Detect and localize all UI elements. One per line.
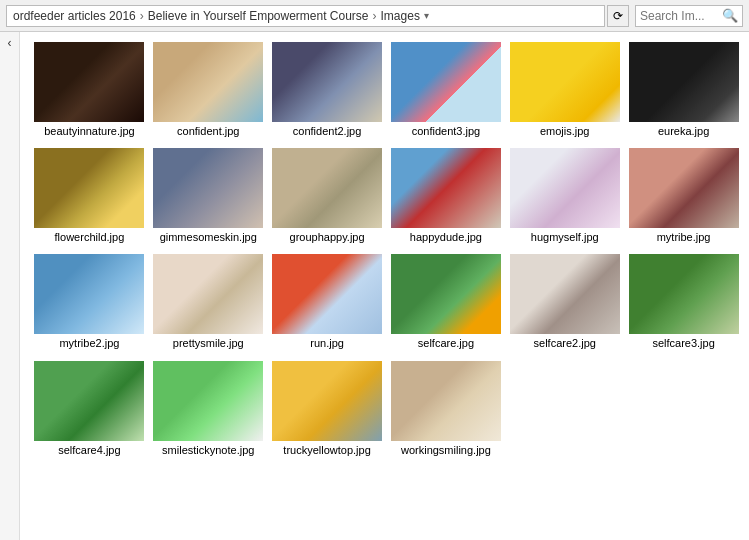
thumb-confident	[153, 42, 263, 122]
thumb-happydude	[391, 148, 501, 228]
file-item-beautyinnature[interactable]: beautyinnature.jpg	[32, 40, 147, 140]
file-area: beautyinnature.jpgconfident.jpgconfident…	[20, 32, 749, 540]
file-grid: beautyinnature.jpgconfident.jpgconfident…	[32, 40, 741, 459]
file-item-gimmesome[interactable]: gimmesomeskin.jpg	[151, 146, 266, 246]
thumb-selfcare2	[510, 254, 620, 334]
file-item-selfcare[interactable]: selfcare.jpg	[389, 252, 504, 352]
search-input[interactable]	[640, 9, 720, 23]
breadcrumb-part3: Images	[381, 9, 420, 23]
breadcrumb: ordfeeder articles 2016 › Believe in You…	[6, 5, 605, 27]
file-label-confident3: confident3.jpg	[412, 125, 481, 138]
file-label-mytribe: mytribe.jpg	[657, 231, 711, 244]
thumb-confident3	[391, 42, 501, 122]
thumb-hugmyself	[510, 148, 620, 228]
file-label-selfcare3: selfcare3.jpg	[652, 337, 714, 350]
breadcrumb-sep2: ›	[373, 9, 377, 23]
file-label-beautyinnature: beautyinnature.jpg	[44, 125, 135, 138]
thumb-emojis	[510, 42, 620, 122]
thumb-beautyinnature	[34, 42, 144, 122]
file-label-flowerchild: flowerchild.jpg	[55, 231, 125, 244]
thumb-trucky	[272, 361, 382, 441]
file-item-flowerchild[interactable]: flowerchild.jpg	[32, 146, 147, 246]
file-item-mytribe[interactable]: mytribe.jpg	[626, 146, 741, 246]
file-label-hugmyself: hugmyself.jpg	[531, 231, 599, 244]
top-bar: ordfeeder articles 2016 › Believe in You…	[0, 0, 749, 32]
sidebar: ‹	[0, 32, 20, 540]
file-item-hugmyself[interactable]: hugmyself.jpg	[507, 146, 622, 246]
thumb-selfcare3	[629, 254, 739, 334]
file-item-mytribe2[interactable]: mytribe2.jpg	[32, 252, 147, 352]
thumb-working	[391, 361, 501, 441]
thumb-selfcare4	[34, 361, 144, 441]
file-item-emojis[interactable]: emojis.jpg	[507, 40, 622, 140]
file-label-selfcare: selfcare.jpg	[418, 337, 474, 350]
file-label-prettysmile: prettysmile.jpg	[173, 337, 244, 350]
file-label-smilenote: smilestickynote.jpg	[162, 444, 254, 457]
thumb-mytribe2	[34, 254, 144, 334]
file-item-happydude[interactable]: happydude.jpg	[389, 146, 504, 246]
file-label-eureka: eureka.jpg	[658, 125, 709, 138]
file-item-trucky[interactable]: truckyellowtop.jpg	[270, 359, 385, 459]
file-item-confident[interactable]: confident.jpg	[151, 40, 266, 140]
breadcrumb-dropdown-icon[interactable]: ▾	[424, 10, 429, 21]
thumb-run	[272, 254, 382, 334]
breadcrumb-sep1: ›	[140, 9, 144, 23]
thumb-grouphappy	[272, 148, 382, 228]
breadcrumb-part1: ordfeeder articles 2016	[13, 9, 136, 23]
thumb-selfcare	[391, 254, 501, 334]
file-item-selfcare2[interactable]: selfcare2.jpg	[507, 252, 622, 352]
file-label-run: run.jpg	[310, 337, 344, 350]
search-box: 🔍	[635, 5, 743, 27]
file-item-confident2[interactable]: confident2.jpg	[270, 40, 385, 140]
file-item-selfcare4[interactable]: selfcare4.jpg	[32, 359, 147, 459]
thumb-prettysmile	[153, 254, 263, 334]
file-item-confident3[interactable]: confident3.jpg	[389, 40, 504, 140]
file-label-emojis: emojis.jpg	[540, 125, 590, 138]
file-item-eureka[interactable]: eureka.jpg	[626, 40, 741, 140]
thumb-confident2	[272, 42, 382, 122]
file-label-selfcare4: selfcare4.jpg	[58, 444, 120, 457]
file-label-selfcare2: selfcare2.jpg	[534, 337, 596, 350]
file-item-run[interactable]: run.jpg	[270, 252, 385, 352]
file-label-happydude: happydude.jpg	[410, 231, 482, 244]
thumb-mytribe	[629, 148, 739, 228]
thumb-gimmesome	[153, 148, 263, 228]
search-icon[interactable]: 🔍	[722, 8, 738, 23]
thumb-smilenote	[153, 361, 263, 441]
breadcrumb-part2: Believe in Yourself Empowerment Course	[148, 9, 369, 23]
refresh-button[interactable]: ⟳	[607, 5, 629, 27]
file-item-selfcare3[interactable]: selfcare3.jpg	[626, 252, 741, 352]
file-label-working: workingsmiling.jpg	[401, 444, 491, 457]
file-item-prettysmile[interactable]: prettysmile.jpg	[151, 252, 266, 352]
file-item-working[interactable]: workingsmiling.jpg	[389, 359, 504, 459]
thumb-flowerchild	[34, 148, 144, 228]
file-label-gimmesome: gimmesomeskin.jpg	[160, 231, 257, 244]
file-item-smilenote[interactable]: smilestickynote.jpg	[151, 359, 266, 459]
file-label-grouphappy: grouphappy.jpg	[290, 231, 365, 244]
file-label-mytribe2: mytribe2.jpg	[59, 337, 119, 350]
sidebar-collapse-icon[interactable]: ‹	[8, 36, 12, 50]
file-label-trucky: truckyellowtop.jpg	[283, 444, 370, 457]
file-label-confident: confident.jpg	[177, 125, 239, 138]
main-layout: ‹ beautyinnature.jpgconfident.jpgconfide…	[0, 32, 749, 540]
thumb-eureka	[629, 42, 739, 122]
file-item-grouphappy[interactable]: grouphappy.jpg	[270, 146, 385, 246]
refresh-icon: ⟳	[613, 9, 623, 23]
file-label-confident2: confident2.jpg	[293, 125, 362, 138]
